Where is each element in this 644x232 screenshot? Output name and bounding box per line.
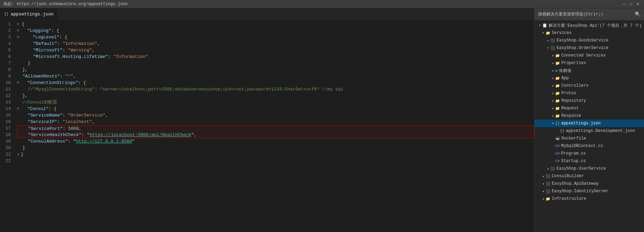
tree-arrow[interactable]: ▸ [551, 68, 555, 73]
tree-arrow[interactable]: ▸ [551, 76, 555, 81]
title-bar-controls[interactable]: — □ ✕ [621, 1, 641, 7]
tree-arrow[interactable]: ▸ [551, 61, 555, 65]
tree-item-startup-cs[interactable]: C# Startup.cs [535, 157, 644, 165]
close-button[interactable]: ✕ [635, 1, 641, 7]
tree-item-label-identity-server: EasyShop.IdentityServer [552, 189, 609, 194]
tree-item-user-service[interactable]: ▸ ⬛ EasyShop.UserService [535, 165, 644, 172]
brace-text: }, [17, 93, 28, 99]
key-text: "LogLevel" [33, 34, 59, 40]
minimize-button[interactable]: — [621, 1, 627, 7]
tree-item-consul-builder[interactable]: ▸ ⬛ ConsulBuilder [535, 172, 644, 180]
tree-arrow[interactable]: ▸ [551, 53, 555, 58]
tree-arrow[interactable]: ▸ [551, 113, 555, 118]
tree-item-deps[interactable]: ▸ ⚙ 依赖项 [535, 67, 644, 74]
tree-item-icon-dockerfile: 🐳 [555, 136, 560, 141]
tree-item-program-cs[interactable]: C# Program.cs [535, 150, 644, 157]
tree-item-goods-service[interactable]: ▸ ⬛ EasyShop.GoodsService [535, 37, 644, 44]
tree-item-icon-properties: 📁 [555, 61, 560, 65]
tree-arrow[interactable]: ▸ [551, 91, 555, 96]
line-number: 14 [5, 106, 11, 112]
tree-item-api-gateway[interactable]: ▸ ⬛ EasyShop.ApiGateway [535, 180, 644, 187]
indent [22, 80, 27, 86]
tree-item-response[interactable]: ▸ 📁 Response [535, 112, 644, 120]
tree-item-appsettings-dev-json[interactable]: {} appsettings.Development.json [535, 127, 644, 135]
collapse-icon[interactable]: ⊟ [17, 21, 21, 27]
tree-arrow[interactable]: ▸ [546, 38, 550, 43]
tree-item-icon-api-gateway: ⬛ [546, 182, 550, 186]
line-number: 20 [5, 145, 11, 151]
tree-item-request[interactable]: ▸ 📁 Request [535, 105, 644, 112]
tree-item-icon-user-service: ⬛ [550, 167, 555, 171]
code-line: } [17, 60, 534, 66]
comma: , [97, 40, 100, 47]
tree-arrow[interactable]: ▾ [550, 121, 555, 125]
key-text: "ServicePort" [28, 125, 63, 132]
solution-explorer-title: 搜索解决方案资源管理器(Ctrl+;) [538, 11, 603, 17]
tree-item-order-service[interactable]: ▾ ⬛ EasyShop.OrderService [535, 44, 644, 52]
tree-item-label-order-service: EasyShop.OrderService [557, 46, 608, 50]
code-line: ⊟ "ConnectionStrings": { [17, 80, 534, 86]
brace-text: } [21, 151, 24, 158]
search-icon[interactable]: 🔍 [635, 11, 641, 17]
tree-arrow[interactable]: ▸ [541, 174, 545, 179]
comma: , [73, 73, 76, 80]
collapse-icon[interactable]: ⊟ [17, 80, 21, 86]
code-line: //"MysqlConnectionString": "server=local… [17, 86, 534, 93]
tree-item-label-appsettings-json: appsettings.json [561, 121, 600, 126]
tree-item-label-dockerfile: Dockerfile [561, 136, 586, 141]
key-text: "Default" [33, 40, 57, 47]
indent [17, 125, 28, 132]
link-value[interactable]: https://localhost:5060/api/HealthCheck [90, 132, 191, 138]
tree-arrow[interactable]: ▸ [541, 189, 545, 194]
code-content[interactable]: 12345678910111213141516171819202122 ⊟{⊟ … [0, 20, 534, 232]
tree-item-icon-mysqldb-context: C# [555, 144, 560, 148]
expand-arrow[interactable]: ▾ [537, 23, 542, 27]
tree-item-infrastructure[interactable]: ▸ 📁 Infrastructure [535, 195, 644, 203]
tree-item-services-folder[interactable]: ▾ 📁 Services [535, 29, 644, 37]
tree-item-icon-order-service: ⬛ [550, 46, 555, 50]
collapse-icon[interactable]: ⊟ [17, 106, 21, 112]
line-number: 2 [5, 27, 11, 34]
tree-arrow[interactable]: ▸ [541, 181, 545, 186]
solution-explorer-tree[interactable]: ▾ 📋 解决方案'EasyShop.Api'(7 个项目，共 7 个) ▾ 📁 … [535, 20, 644, 232]
tab-appsettings[interactable]: {} appsettings.json [0, 8, 58, 20]
tree-item-app[interactable]: ▸ 📁 App [535, 74, 644, 82]
indent [17, 40, 33, 47]
code-line: ⊟{ [17, 21, 534, 27]
tree-item-identity-server[interactable]: ▸ ⬛ EasyShop.IdentityServer [535, 187, 644, 195]
tree-item-mysqldb-context[interactable]: C# MySqlDBContext.cs [535, 142, 644, 150]
tree-item-appsettings-json[interactable]: ▾ {} appsettings.json [535, 120, 644, 127]
tree-item-label-app: App [561, 76, 569, 81]
solution-root[interactable]: ▾ 📋 解决方案'EasyShop.Api'(7 个项目，共 7 个) [535, 22, 644, 29]
editor-area: {} appsettings.json 12345678910111213141… [0, 8, 534, 232]
tree-arrow[interactable]: ▸ [551, 106, 555, 111]
tree-arrow[interactable]: ▸ [541, 196, 545, 201]
line-number: 8 [5, 66, 11, 73]
tree-item-controllers[interactable]: ▸ 📁 Controllers [535, 82, 644, 89]
tree-item-icon-startup-cs: C# [555, 159, 560, 163]
colon: : { [51, 27, 59, 34]
solution-explorer-header: 搜索解决方案资源管理器(Ctrl+;) 🔍 [535, 8, 644, 20]
tree-item-connected-services[interactable]: ▸ 📁 Connected Services [535, 52, 644, 59]
line-number: 11 [5, 86, 11, 93]
tree-arrow[interactable]: ▸ [551, 98, 555, 103]
tree-arrow[interactable]: ▾ [541, 31, 546, 35]
collapse-icon[interactable]: ⊟ [17, 27, 21, 34]
key-text: "Microsoft.Hosting.Lifetime" [33, 53, 108, 60]
link-value[interactable]: http://127.0.0.1:8500 [76, 138, 132, 145]
indent [17, 112, 28, 119]
line-number: 3 [5, 34, 11, 40]
colon: : { [59, 34, 67, 40]
collapse-icon[interactable]: ⊟ [17, 34, 21, 40]
tree-item-protos[interactable]: ▸ 📁 Protos [535, 89, 644, 97]
tree-item-dockerfile[interactable]: 🐳 Dockerfile [535, 135, 644, 142]
tree-arrow[interactable]: ▸ [551, 83, 555, 88]
tree-item-properties[interactable]: ▸ 📁 Properties [535, 59, 644, 67]
tree-item-repository[interactable]: ▸ 📁 Repository [535, 97, 644, 105]
code-line: ⊟ "Logging": { [17, 27, 534, 34]
maximize-button[interactable]: □ [628, 1, 634, 7]
tab-label: appsettings.json [11, 12, 53, 17]
tree-arrow[interactable]: ▸ [546, 166, 550, 171]
tree-arrow[interactable]: ▾ [546, 46, 550, 50]
colon: : " [68, 138, 76, 145]
